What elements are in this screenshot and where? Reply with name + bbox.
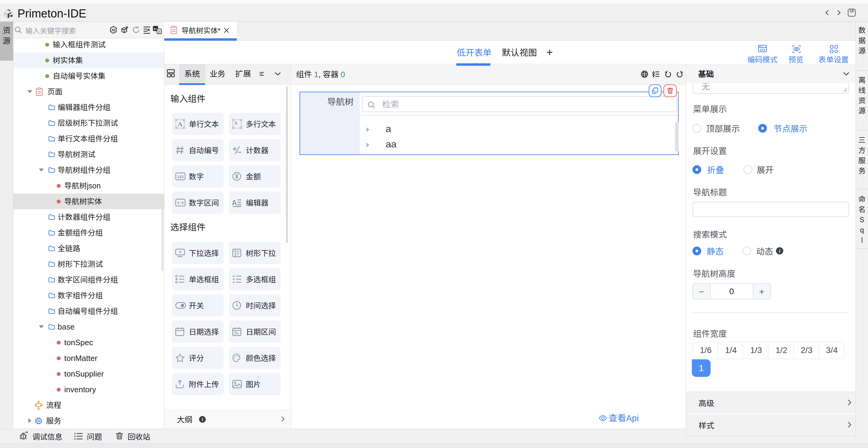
svg-text:i: i	[779, 248, 780, 254]
svg-text:A: A	[232, 199, 237, 207]
svg-text:A: A	[178, 120, 183, 128]
svg-text:AI: AI	[112, 28, 115, 32]
svg-text:A: A	[234, 121, 238, 125]
svg-text:1~3: 1~3	[177, 201, 183, 205]
svg-text:文: 文	[157, 29, 161, 34]
svg-text:i: i	[202, 417, 203, 422]
svg-text:123: 123	[177, 174, 184, 179]
